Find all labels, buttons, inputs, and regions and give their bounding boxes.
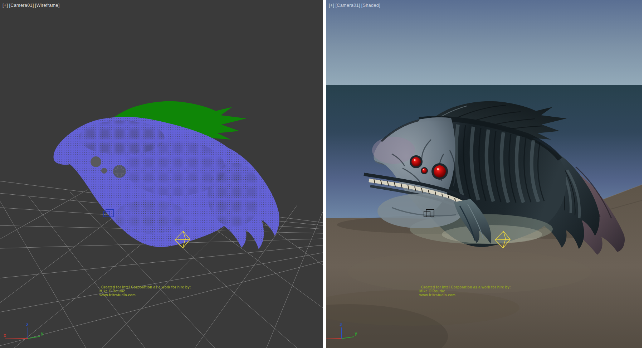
dual-viewport-layout: x y z [+] [Camera01] [Wireframe] Created… [0,0,644,350]
sky-backdrop [326,0,642,85]
viewport-canvas-wireframe[interactable]: x y z [0,0,323,348]
axis-z-label: z [340,322,342,327]
viewport-wireframe: x y z [+] [Camera01] [Wireframe] Created… [0,0,323,348]
viewport-label-shaded: [+] [Camera01] [Shaded] [329,3,380,8]
viewport-menu-shading[interactable]: [Shaded] [361,3,380,8]
viewport-canvas-shaded[interactable]: y z [326,0,642,348]
axis-y-label: y [355,331,357,336]
axis-z-label: z [26,322,29,327]
viewport-menu-camera[interactable]: [Camera01] [9,3,34,8]
axis-y-label: y [41,331,44,336]
viewport-label-wireframe: [+] [Camera01] [Wireframe] [3,3,60,8]
viewport-splitter[interactable] [323,0,326,348]
window-edge [642,0,644,348]
viewport-shaded: y z [+] [Camera01] [Shaded] Created for … [326,0,642,348]
viewport-menu-general[interactable]: [+] [3,3,8,8]
axis-x-label: x [4,332,6,338]
viewport-menu-camera[interactable]: [Camera01] [335,3,360,8]
viewport-menu-general[interactable]: [+] [329,3,334,8]
viewport-menu-shading[interactable]: [Wireframe] [35,3,60,8]
chin-sack [377,194,463,228]
